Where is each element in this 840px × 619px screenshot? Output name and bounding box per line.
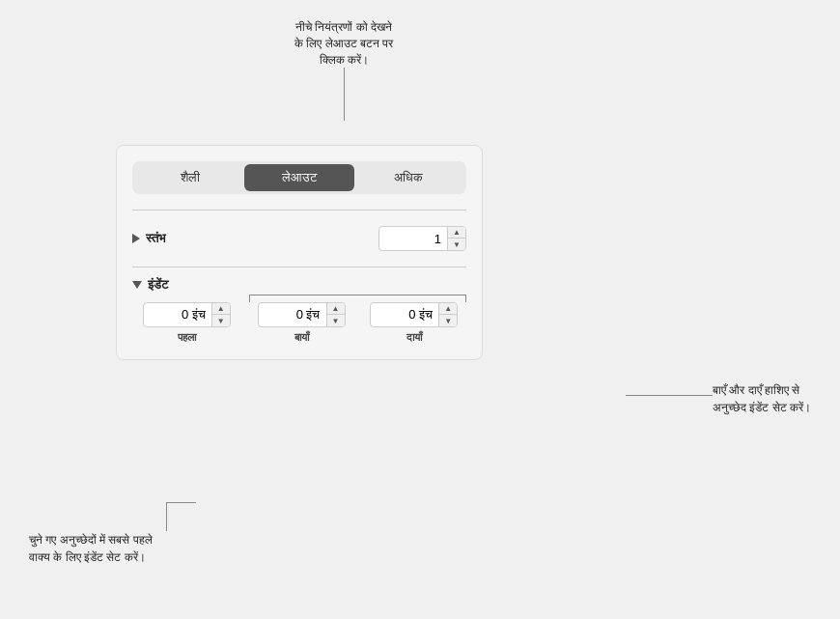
pehla-input[interactable] xyxy=(144,304,211,326)
bottom-left-callout-h-line xyxy=(167,502,196,503)
indent-daayan-field: ▲ ▼ दायाँ xyxy=(361,302,466,344)
baayan-stepper-down[interactable]: ▼ xyxy=(327,315,345,326)
baayan-stepper-buttons: ▲ ▼ xyxy=(326,303,345,326)
columns-triangle-icon xyxy=(132,234,140,243)
columns-label-text: स्तंभ xyxy=(146,231,166,246)
daayan-stepper-down[interactable]: ▼ xyxy=(439,315,457,326)
pehla-stepper-up[interactable]: ▲ xyxy=(212,303,230,315)
pehla-stepper-down[interactable]: ▼ xyxy=(212,315,230,326)
daayan-input[interactable] xyxy=(371,304,438,326)
pehla-stepper-buttons: ▲ ▼ xyxy=(211,303,230,326)
right-callout-text: बाएँ और दाएँ हाशिए से अनुच्छेद इंडेंट से… xyxy=(713,381,811,416)
top-callout: नीचे नियंत्रणों को देखने के लिए लेआउट बट… xyxy=(294,19,393,68)
columns-row: स्तंभ ▲ ▼ xyxy=(132,220,466,257)
right-callout-line xyxy=(626,395,713,396)
right-callout: बाएँ और दाएँ हाशिए से अनुच्छेद इंडेंट से… xyxy=(713,381,811,416)
page: नीचे नियंत्रणों को देखने के लिए लेआउट बट… xyxy=(0,0,840,619)
columns-stepper-buttons: ▲ ▼ xyxy=(447,227,465,250)
indent-fields: ▲ ▼ पहला xyxy=(132,302,466,344)
baayan-stepper[interactable]: ▲ ▼ xyxy=(258,302,346,327)
bracket-line xyxy=(249,295,466,302)
panel: शैली लेआउट अधिक स्तंभ ▲ ▼ इं xyxy=(116,145,483,360)
columns-input[interactable] xyxy=(379,228,447,250)
daayan-stepper-buttons: ▲ ▼ xyxy=(438,303,457,326)
bottom-left-callout-text: चुने गए अनुच्छेदों में सबसे पहले वाक्य क… xyxy=(29,531,153,566)
daayan-stepper[interactable]: ▲ ▼ xyxy=(370,302,458,327)
baayan-input[interactable] xyxy=(259,304,326,326)
indent-triangle-icon xyxy=(132,281,142,289)
daayan-stepper-up[interactable]: ▲ xyxy=(439,303,457,315)
indent-label: इंडेंट xyxy=(132,277,466,293)
daayan-label: दायाँ xyxy=(406,331,422,344)
bottom-left-callout: चुने गए अनुच्छेदों में सबसे पहले वाक्य क… xyxy=(29,531,153,566)
divider-1 xyxy=(132,210,466,211)
top-callout-line xyxy=(344,68,345,121)
tabs-container: शैली लेआउट अधिक xyxy=(132,161,466,194)
tab-more[interactable]: अधिक xyxy=(354,164,463,191)
columns-stepper-up[interactable]: ▲ xyxy=(448,227,465,239)
tab-layout[interactable]: लेआउट xyxy=(244,164,353,191)
pehla-stepper[interactable]: ▲ ▼ xyxy=(143,302,231,327)
tab-style[interactable]: शैली xyxy=(135,164,244,191)
columns-stepper[interactable]: ▲ ▼ xyxy=(378,226,466,251)
bottom-left-callout-v-line xyxy=(166,502,167,531)
bracket-section: ▲ ▼ बायाँ ▲ xyxy=(249,302,466,344)
indent-pehla-field: ▲ ▼ पहला xyxy=(132,302,241,344)
baayan-stepper-up[interactable]: ▲ xyxy=(327,303,345,315)
indent-baayan-field: ▲ ▼ बायाँ xyxy=(249,302,354,344)
indent-label-text: इंडेंट xyxy=(148,277,168,293)
top-callout-text: नीचे नियंत्रणों को देखने के लिए लेआउट बट… xyxy=(294,19,393,68)
divider-2 xyxy=(132,267,466,267)
indent-section: इंडेंट ▲ ▼ पहला xyxy=(132,277,466,344)
columns-label: स्तंभ xyxy=(132,231,166,246)
baayan-label: बायाँ xyxy=(294,331,309,344)
columns-stepper-down[interactable]: ▼ xyxy=(448,239,465,250)
bracket-wrapper: ▲ ▼ बायाँ ▲ xyxy=(249,302,466,344)
pehla-label: पहला xyxy=(178,331,196,344)
